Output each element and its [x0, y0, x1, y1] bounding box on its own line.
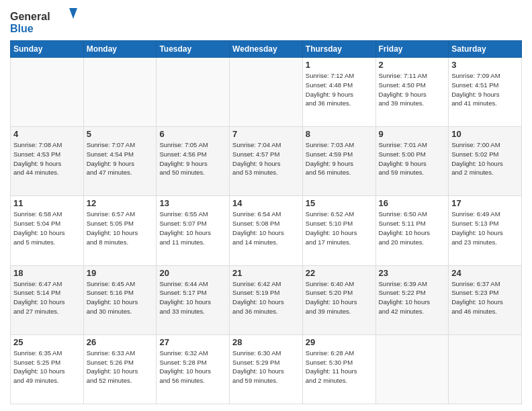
day-info: Sunrise: 6:52 AM Sunset: 5:10 PM Dayligh…	[306, 210, 373, 246]
day-number: 15	[306, 198, 373, 208]
day-number: 17	[451, 198, 519, 208]
day-info: Sunrise: 6:50 AM Sunset: 5:11 PM Dayligh…	[379, 210, 446, 246]
day-number: 14	[232, 198, 300, 208]
day-info: Sunrise: 7:07 AM Sunset: 4:54 PM Dayligh…	[87, 140, 154, 177]
calendar-cell	[83, 58, 157, 127]
calendar-cell	[375, 334, 449, 404]
col-header-tuesday: Tuesday	[157, 41, 230, 58]
day-info: Sunrise: 6:42 AM Sunset: 5:19 PM Dayligh…	[232, 279, 300, 316]
day-number: 27	[159, 337, 226, 347]
calendar-cell: 5Sunrise: 7:07 AM Sunset: 4:54 PM Daylig…	[83, 127, 157, 196]
day-info: Sunrise: 6:58 AM Sunset: 5:04 PM Dayligh…	[13, 210, 81, 246]
day-info: Sunrise: 6:33 AM Sunset: 5:26 PM Dayligh…	[87, 349, 154, 385]
calendar-cell: 14Sunrise: 6:54 AM Sunset: 5:08 PM Dayli…	[230, 196, 303, 265]
week-row-2: 4Sunrise: 7:08 AM Sunset: 4:53 PM Daylig…	[11, 127, 522, 196]
day-number: 10	[451, 129, 519, 139]
day-number: 9	[379, 129, 446, 139]
calendar-cell: 26Sunrise: 6:33 AM Sunset: 5:26 PM Dayli…	[83, 334, 157, 404]
day-number: 16	[379, 198, 446, 208]
calendar-cell: 17Sunrise: 6:49 AM Sunset: 5:13 PM Dayli…	[449, 196, 522, 265]
day-number: 11	[13, 198, 81, 208]
col-header-monday: Monday	[83, 41, 157, 58]
calendar-table: SundayMondayTuesdayWednesdayThursdayFrid…	[10, 40, 522, 404]
logo-svg: General Blue	[10, 7, 77, 36]
calendar-cell: 27Sunrise: 6:32 AM Sunset: 5:28 PM Dayli…	[157, 334, 230, 404]
calendar-cell: 2Sunrise: 7:11 AM Sunset: 4:50 PM Daylig…	[375, 58, 449, 127]
day-info: Sunrise: 6:47 AM Sunset: 5:14 PM Dayligh…	[13, 279, 81, 316]
week-row-4: 18Sunrise: 6:47 AM Sunset: 5:14 PM Dayli…	[11, 265, 522, 334]
calendar-cell: 10Sunrise: 7:00 AM Sunset: 5:02 PM Dayli…	[449, 127, 522, 196]
day-info: Sunrise: 6:49 AM Sunset: 5:13 PM Dayligh…	[451, 210, 519, 246]
calendar-cell: 9Sunrise: 7:01 AM Sunset: 5:00 PM Daylig…	[375, 127, 449, 196]
day-info: Sunrise: 7:01 AM Sunset: 5:00 PM Dayligh…	[379, 140, 446, 177]
day-info: Sunrise: 6:32 AM Sunset: 5:28 PM Dayligh…	[159, 349, 226, 385]
col-header-wednesday: Wednesday	[230, 41, 303, 58]
calendar-cell: 13Sunrise: 6:55 AM Sunset: 5:07 PM Dayli…	[157, 196, 230, 265]
header: General Blue	[10, 7, 522, 36]
day-info: Sunrise: 7:12 AM Sunset: 4:48 PM Dayligh…	[306, 71, 373, 108]
col-header-thursday: Thursday	[302, 41, 375, 58]
day-number: 18	[13, 268, 81, 278]
calendar-header-row: SundayMondayTuesdayWednesdayThursdayFrid…	[11, 41, 522, 58]
day-number: 23	[379, 268, 446, 278]
day-info: Sunrise: 6:54 AM Sunset: 5:08 PM Dayligh…	[232, 210, 300, 246]
day-number: 26	[87, 337, 154, 347]
day-number: 20	[159, 268, 226, 278]
calendar-cell: 3Sunrise: 7:09 AM Sunset: 4:51 PM Daylig…	[449, 58, 522, 127]
calendar-cell: 16Sunrise: 6:50 AM Sunset: 5:11 PM Dayli…	[375, 196, 449, 265]
calendar-cell: 6Sunrise: 7:05 AM Sunset: 4:56 PM Daylig…	[157, 127, 230, 196]
col-header-sunday: Sunday	[11, 41, 84, 58]
day-number: 2	[379, 60, 446, 70]
calendar-cell: 15Sunrise: 6:52 AM Sunset: 5:10 PM Dayli…	[302, 196, 375, 265]
svg-text:Blue: Blue	[10, 23, 34, 34]
day-number: 25	[13, 337, 81, 347]
calendar-cell: 21Sunrise: 6:42 AM Sunset: 5:19 PM Dayli…	[230, 265, 303, 334]
col-header-friday: Friday	[375, 41, 449, 58]
svg-marker-3	[69, 8, 77, 19]
day-info: Sunrise: 7:04 AM Sunset: 4:57 PM Dayligh…	[232, 140, 300, 177]
calendar-cell: 25Sunrise: 6:35 AM Sunset: 5:25 PM Dayli…	[11, 334, 84, 404]
calendar-cell	[11, 58, 84, 127]
calendar-cell	[449, 334, 522, 404]
day-number: 22	[306, 268, 373, 278]
calendar-cell: 23Sunrise: 6:39 AM Sunset: 5:22 PM Dayli…	[375, 265, 449, 334]
day-number: 21	[232, 268, 300, 278]
day-info: Sunrise: 6:39 AM Sunset: 5:22 PM Dayligh…	[379, 279, 446, 316]
svg-text:General: General	[10, 11, 50, 22]
calendar-cell: 4Sunrise: 7:08 AM Sunset: 4:53 PM Daylig…	[11, 127, 84, 196]
day-info: Sunrise: 6:37 AM Sunset: 5:23 PM Dayligh…	[451, 279, 519, 316]
day-info: Sunrise: 7:08 AM Sunset: 4:53 PM Dayligh…	[13, 140, 81, 177]
day-info: Sunrise: 7:05 AM Sunset: 4:56 PM Dayligh…	[159, 140, 226, 177]
day-info: Sunrise: 6:30 AM Sunset: 5:29 PM Dayligh…	[232, 349, 300, 385]
week-row-1: 1Sunrise: 7:12 AM Sunset: 4:48 PM Daylig…	[11, 58, 522, 127]
week-row-3: 11Sunrise: 6:58 AM Sunset: 5:04 PM Dayli…	[11, 196, 522, 265]
day-info: Sunrise: 6:35 AM Sunset: 5:25 PM Dayligh…	[13, 349, 81, 385]
day-info: Sunrise: 6:57 AM Sunset: 5:05 PM Dayligh…	[87, 210, 154, 246]
day-info: Sunrise: 7:00 AM Sunset: 5:02 PM Dayligh…	[451, 140, 519, 177]
day-number: 3	[451, 60, 519, 70]
calendar-cell: 12Sunrise: 6:57 AM Sunset: 5:05 PM Dayli…	[83, 196, 157, 265]
day-info: Sunrise: 6:55 AM Sunset: 5:07 PM Dayligh…	[159, 210, 226, 246]
calendar-cell: 8Sunrise: 7:03 AM Sunset: 4:59 PM Daylig…	[302, 127, 375, 196]
day-info: Sunrise: 7:11 AM Sunset: 4:50 PM Dayligh…	[379, 71, 446, 108]
calendar-cell: 18Sunrise: 6:47 AM Sunset: 5:14 PM Dayli…	[11, 265, 84, 334]
day-number: 12	[87, 198, 154, 208]
calendar-cell	[157, 58, 230, 127]
calendar-cell: 29Sunrise: 6:28 AM Sunset: 5:30 PM Dayli…	[302, 334, 375, 404]
calendar-cell: 11Sunrise: 6:58 AM Sunset: 5:04 PM Dayli…	[11, 196, 84, 265]
calendar-cell: 7Sunrise: 7:04 AM Sunset: 4:57 PM Daylig…	[230, 127, 303, 196]
day-info: Sunrise: 6:45 AM Sunset: 5:16 PM Dayligh…	[87, 279, 154, 316]
day-number: 24	[451, 268, 519, 278]
calendar-cell: 20Sunrise: 6:44 AM Sunset: 5:17 PM Dayli…	[157, 265, 230, 334]
day-info: Sunrise: 6:44 AM Sunset: 5:17 PM Dayligh…	[159, 279, 226, 316]
logo: General Blue	[10, 7, 77, 36]
day-number: 7	[232, 129, 300, 139]
week-row-5: 25Sunrise: 6:35 AM Sunset: 5:25 PM Dayli…	[11, 334, 522, 404]
page: General Blue SundayMondayTuesdayWednesda…	[0, 0, 532, 411]
day-number: 6	[159, 129, 226, 139]
day-number: 1	[306, 60, 373, 70]
day-number: 4	[13, 129, 81, 139]
col-header-saturday: Saturday	[449, 41, 522, 58]
calendar-cell: 19Sunrise: 6:45 AM Sunset: 5:16 PM Dayli…	[83, 265, 157, 334]
calendar-cell: 1Sunrise: 7:12 AM Sunset: 4:48 PM Daylig…	[302, 58, 375, 127]
